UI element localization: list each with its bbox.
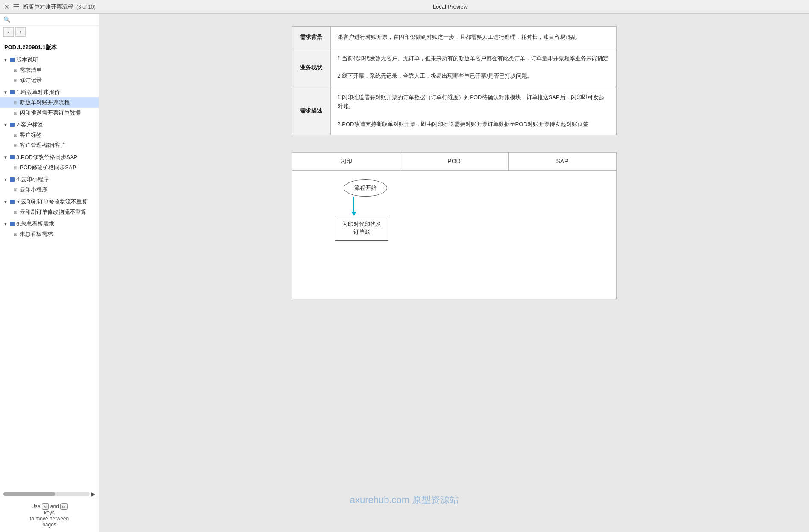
tree-group-label-4: 4.云印小程序 bbox=[16, 176, 49, 183]
flow-content: 流程开始 闪印对代印代发 订单账 bbox=[292, 171, 617, 299]
key-right-badge: ▷ bbox=[60, 503, 68, 510]
top-bar: ✕ ☰ 断版单对账开票流程 (3 of 10) Local Preview bbox=[0, 0, 809, 14]
sidebar-hscroll[interactable] bbox=[3, 492, 90, 496]
main-layout: 🔍 ‹ › POD.1.220901.1版本 ▼ 版本说明 ⊞ 需求清单 bbox=[0, 14, 809, 532]
row-content-2: 1.闪印推送需要对账开票的订单数据（订单行维度）到POD待确认对账模块，订单推送… bbox=[330, 87, 616, 135]
tree-expand-icon-1: ▼ bbox=[3, 90, 9, 95]
row-content-2-line-1: 2.POD改造支持断版单对账开票，即由闪印推送需要对账开票订单数据至POD对账开… bbox=[338, 120, 609, 129]
sidebar-item-label-2-1: 客户管理-编辑客户 bbox=[20, 141, 66, 149]
row-label-2: 需求描述 bbox=[292, 87, 330, 135]
tree-expand-icon-6: ▼ bbox=[3, 222, 9, 226]
sidebar-item-label-4-0: 云印小程序 bbox=[20, 186, 47, 194]
page-title-top: 断版单对账开票流程 bbox=[23, 3, 73, 11]
search-icon: 🔍 bbox=[3, 16, 10, 23]
sidebar-item-POD修改价格同步SAP[interactable]: ⊞ POD修改价格同步SAP bbox=[0, 162, 99, 173]
nav-next-button[interactable]: › bbox=[15, 27, 26, 37]
page-icon-5-0: ⊞ bbox=[14, 210, 17, 215]
requirements-table: 需求背景 跟客户进行对账开票，在闪印仅做到对账这一步，且都需要人工进行处理，耗时… bbox=[292, 26, 617, 135]
page-icon-1-1: ⊞ bbox=[14, 111, 17, 115]
key-left-badge: ◁ bbox=[42, 503, 49, 510]
nav-prev-button[interactable]: ‹ bbox=[3, 27, 14, 37]
footer-move-text: to move between bbox=[30, 516, 69, 522]
sidebar-item-朱总看板需求[interactable]: ⊞ 朱总看板需求 bbox=[0, 229, 99, 239]
tree-group-header-0[interactable]: ▼ 版本说明 bbox=[0, 55, 99, 65]
version-title: POD.1.220901.1版本 bbox=[0, 42, 99, 55]
flow-step-1: 闪印对代印代发 订单账 bbox=[335, 216, 388, 241]
page-count: (3 of 10) bbox=[76, 4, 96, 10]
content-area: 需求背景 跟客户进行对账开票，在闪印仅做到对账这一步，且都需要人工进行处理，耗时… bbox=[99, 14, 809, 532]
tree-group-color-4 bbox=[10, 177, 15, 182]
hscroll-right-arrow[interactable]: ▶ bbox=[91, 491, 95, 497]
sidebar-item-label-1-0: 断版单对账开票流程 bbox=[20, 99, 70, 106]
tree-group-0: ▼ 版本说明 ⊞ 需求清单 ⊞ 修订记录 bbox=[0, 55, 99, 85]
footer-and-text: and bbox=[50, 503, 59, 509]
sidebar-item-label-2-0: 客户标签 bbox=[20, 131, 42, 139]
footer-keys-text: keys bbox=[44, 510, 55, 516]
sidebar-item-label-1-1: 闪印推送需开票订单数据 bbox=[20, 109, 81, 117]
tree-group-label-0: 版本说明 bbox=[16, 56, 38, 64]
page-icon-2-0: ⊞ bbox=[14, 133, 17, 138]
sidebar-item-label-0-0: 需求清单 bbox=[20, 66, 42, 74]
tree-group-header-5[interactable]: ▼ 5.云印刷订单修改物流不重算 bbox=[0, 197, 99, 207]
flow-arrow-1 bbox=[351, 197, 356, 216]
sidebar-item-label-0-1: 修订记录 bbox=[20, 76, 42, 84]
tree-group-header-1[interactable]: ▼ 1.断版单对账报价 bbox=[0, 87, 99, 97]
sidebar-item-修订记录[interactable]: ⊞ 修订记录 bbox=[0, 75, 99, 85]
row-content-1: 1.当前代印代发暂无客户、无订单，但未来所有的断版单客户都会有此类订单，订单量即… bbox=[330, 48, 616, 87]
table-row-1: 业务现状 1.当前代印代发暂无客户、无订单，但未来所有的断版单客户都会有此类订单… bbox=[292, 48, 616, 87]
tree-group-label-2: 2.客户标签 bbox=[16, 121, 43, 129]
tree-group-color-0 bbox=[10, 58, 15, 62]
tree-group-2: ▼ 2.客户标签 ⊞ 客户标签 ⊞ 客户管理-编辑客户 bbox=[0, 120, 99, 150]
system-box-闪印: 闪印 bbox=[292, 152, 400, 171]
footer-pages-text: pages bbox=[42, 522, 56, 528]
footer-use-text: Use bbox=[31, 503, 40, 509]
tree-group-header-6[interactable]: ▼ 6.朱总看板需求 bbox=[0, 219, 99, 229]
tree-group-header-2[interactable]: ▼ 2.客户标签 bbox=[0, 120, 99, 130]
tree-group-color-1 bbox=[10, 90, 15, 94]
row-content-1-line-1: 2.线下开票，系统无记录，全靠人工，极易出现哪些单已开票/是否已打款问题。 bbox=[338, 72, 609, 81]
tree-group-label-1: 1.断版单对账报价 bbox=[16, 88, 60, 96]
flow-step-1-container: 闪印对代印代发 订单账 bbox=[318, 216, 388, 241]
tree-group-1: ▼ 1.断版单对账报价 ⊞ 断版单对账开票流程 ⊞ 闪印推送需开票订单数据 bbox=[0, 87, 99, 118]
page-icon-6-0: ⊞ bbox=[14, 232, 17, 237]
sidebar-hscroll-thumb bbox=[3, 492, 55, 496]
close-icon[interactable]: ✕ bbox=[4, 3, 9, 10]
sidebar-item-闪印推送需开票订单数据[interactable]: ⊞ 闪印推送需开票订单数据 bbox=[0, 108, 99, 118]
tree-group-label-5: 5.云印刷订单修改物流不重算 bbox=[16, 198, 88, 206]
sidebar: 🔍 ‹ › POD.1.220901.1版本 ▼ 版本说明 ⊞ 需求清单 bbox=[0, 14, 99, 532]
flow-step-1-line2: 订单账 bbox=[342, 228, 381, 236]
page-icon-4-0: ⊞ bbox=[14, 188, 17, 192]
tree-expand-icon-4: ▼ bbox=[3, 177, 9, 182]
sidebar-item-需求清单[interactable]: ⊞ 需求清单 bbox=[0, 65, 99, 75]
sidebar-item-客户标签[interactable]: ⊞ 客户标签 bbox=[0, 130, 99, 140]
row-label-0: 需求背景 bbox=[292, 27, 330, 48]
tree-group-header-4[interactable]: ▼ 4.云印小程序 bbox=[0, 174, 99, 185]
page-icon-1-0: ⊞ bbox=[14, 100, 17, 105]
sidebar-item-客户管理编辑客户[interactable]: ⊞ 客户管理-编辑客户 bbox=[0, 140, 99, 150]
tree-group-color-2 bbox=[10, 123, 15, 127]
tree-expand-icon-5: ▼ bbox=[3, 200, 9, 204]
page-icon-0-0: ⊞ bbox=[14, 68, 17, 73]
tree-group-5: ▼ 5.云印刷订单修改物流不重算 ⊞ 云印刷订单修改物流不重算 bbox=[0, 197, 99, 217]
hamburger-icon[interactable]: ☰ bbox=[13, 2, 20, 12]
sidebar-item-label-5-0: 云印刷订单修改物流不重算 bbox=[20, 208, 86, 216]
sidebar-search-area: 🔍 bbox=[0, 14, 99, 26]
row-label-1: 业务现状 bbox=[292, 48, 330, 87]
flow-arrow-line-1 bbox=[353, 197, 354, 212]
flow-step-1-line1: 闪印对代印代发 bbox=[342, 220, 381, 228]
tree-expand-icon-0: ▼ bbox=[3, 58, 9, 62]
tree-group-header-3[interactable]: ▼ 3.POD修改价格同步SAP bbox=[0, 152, 99, 162]
sidebar-item-断版单对账开票流程[interactable]: ⊞ 断版单对账开票流程 bbox=[0, 97, 99, 108]
sidebar-item-云印刷订单修改物流不重算[interactable]: ⊞ 云印刷订单修改物流不重算 bbox=[0, 207, 99, 217]
sidebar-item-label-6-0: 朱总看板需求 bbox=[20, 230, 53, 238]
sidebar-item-云印小程序[interactable]: ⊞ 云印小程序 bbox=[0, 185, 99, 195]
tree-group-6: ▼ 6.朱总看板需求 ⊞ 朱总看板需求 bbox=[0, 219, 99, 239]
tree-group-3: ▼ 3.POD修改价格同步SAP ⊞ POD修改价格同步SAP bbox=[0, 152, 99, 173]
tree-group-label-3: 3.POD修改价格同步SAP bbox=[16, 153, 77, 161]
flow-start-oval: 流程开始 bbox=[344, 179, 387, 197]
tree-group-label-6: 6.朱总看板需求 bbox=[16, 220, 54, 228]
search-input[interactable] bbox=[13, 16, 95, 23]
page-icon-3-0: ⊞ bbox=[14, 165, 17, 170]
tree-group-color-5 bbox=[10, 200, 15, 204]
row-content-0: 跟客户进行对账开票，在闪印仅做到对账这一步，且都需要人工进行处理，耗时长，账目容… bbox=[330, 27, 616, 48]
